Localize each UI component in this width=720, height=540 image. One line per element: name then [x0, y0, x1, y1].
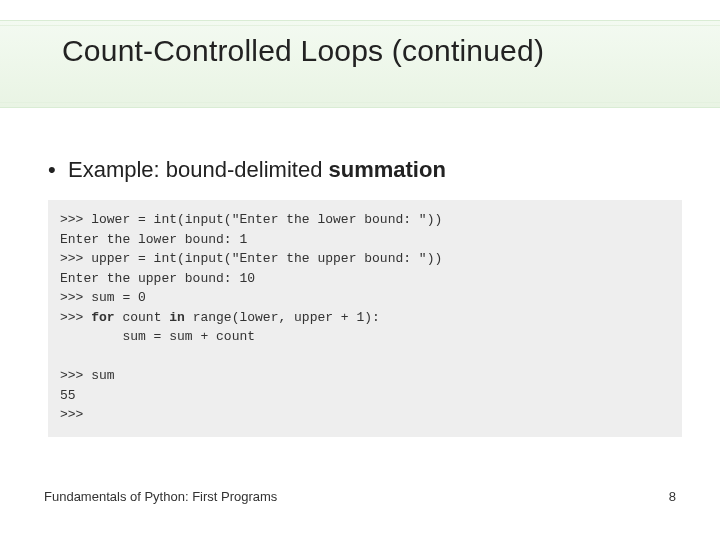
- code-line: >>> sum: [60, 368, 115, 383]
- code-line: 55: [60, 388, 76, 403]
- bullet-text: Example: bound-delimited summation: [68, 157, 446, 183]
- code-line-for: >>> for count in range(lower, upper + 1)…: [60, 310, 380, 325]
- footer-source: Fundamentals of Python: First Programs: [44, 489, 277, 504]
- code-keyword-for: for: [91, 310, 114, 325]
- code-line: >>> sum = 0: [60, 290, 146, 305]
- bullet-text-prefix: Example: bound-delimited: [68, 157, 328, 182]
- code-frag: count: [115, 310, 170, 325]
- code-frag: range(lower, upper + 1):: [185, 310, 380, 325]
- bullet-text-bold: summation: [328, 157, 445, 182]
- code-line: >>> upper = int(input("Enter the upper b…: [60, 251, 442, 266]
- code-line: sum = sum + count: [60, 329, 255, 344]
- bullet-marker: •: [48, 159, 68, 181]
- code-line: Enter the lower bound: 1: [60, 232, 247, 247]
- code-frag: >>>: [60, 310, 91, 325]
- code-block: >>> lower = int(input("Enter the lower b…: [48, 200, 682, 437]
- code-keyword-in: in: [169, 310, 185, 325]
- code-line: Enter the upper bound: 10: [60, 271, 255, 286]
- code-line: >>> lower = int(input("Enter the lower b…: [60, 212, 442, 227]
- slide-title: Count-Controlled Loops (continued): [62, 34, 680, 68]
- bullet-item: • Example: bound-delimited summation: [48, 157, 680, 183]
- slide: Count-Controlled Loops (continued) • Exa…: [0, 0, 720, 540]
- code-line: >>>: [60, 407, 83, 422]
- page-number: 8: [669, 489, 676, 504]
